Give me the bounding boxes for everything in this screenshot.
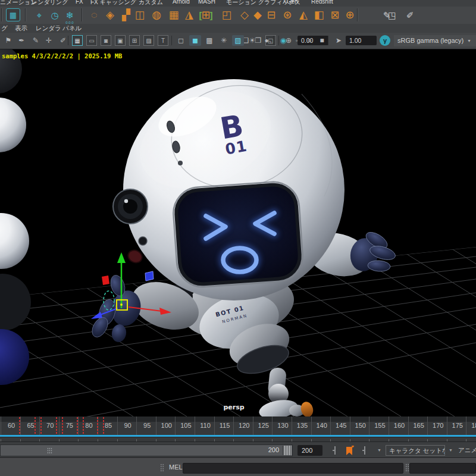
pin-icon[interactable]: ✒ [15, 35, 27, 46]
frame-label: 105 [180, 422, 191, 429]
paint-icon[interactable]: ✎ [30, 35, 42, 46]
annotate-icon[interactable]: ✐ [57, 35, 69, 46]
mash-cut-icon[interactable]: ◰ [219, 7, 234, 23]
keyframe-tick[interactable] [56, 417, 57, 434]
animation-end-field[interactable]: 200 [298, 445, 322, 456]
head-port-small [139, 237, 147, 245]
menubar-item[interactable]: FX キャッシング [90, 0, 136, 7]
panel-menu-item[interactable]: パネル [62, 24, 82, 33]
mash-layer-icon[interactable]: ◧ [311, 7, 327, 23]
menubar-item[interactable]: XGen [283, 0, 298, 5]
menubar-item[interactable]: ニメーション [0, 0, 36, 7]
plane-icon[interactable]: ■ [316, 35, 328, 46]
command-input[interactable] [183, 463, 403, 474]
keyframe-tick[interactable] [83, 417, 84, 434]
panel-menu-item[interactable]: 表示 [15, 24, 27, 33]
mash-array-icon[interactable]: ▦ [166, 7, 181, 23]
view-transform-value: sRGB gamma (legacy) [397, 37, 464, 44]
menubar-item[interactable]: カスタム [139, 0, 163, 7]
pivot-icon[interactable]: ◦ [291, 35, 303, 46]
select-cursor-icon[interactable]: ➤ [333, 35, 345, 46]
keyframe-tick[interactable] [19, 417, 20, 434]
drag-handle[interactable] [160, 464, 164, 472]
xray-mode-icon[interactable]: ▨ [232, 35, 244, 46]
panel-menu-item[interactable]: レンダラ [36, 24, 61, 33]
view-transform-dropdown[interactable]: sRGB gamma (legacy) ▼ [394, 35, 476, 46]
mash-flip-icon[interactable]: ◮ [181, 7, 197, 23]
hud-toggle[interactable]: T [158, 35, 168, 46]
frame-label: 90 [124, 422, 131, 429]
mash-mirror-icon[interactable]: ◫ [132, 7, 148, 23]
menubar-item[interactable]: FX [76, 0, 83, 5]
panel-menu-item[interactable]: グ [1, 24, 8, 33]
command-result-field[interactable] [409, 463, 476, 474]
grid-toggle[interactable]: ▦ [72, 35, 83, 46]
textured-mode-icon[interactable]: ▩ [203, 35, 215, 46]
mash-globe-icon[interactable]: ⊕ [342, 7, 358, 23]
view-bookmark-icon[interactable]: ⚑ [2, 35, 14, 46]
keyframe-tick[interactable] [62, 417, 63, 434]
lattice-tool-icon[interactable]: ◳ [384, 7, 400, 23]
range-slider[interactable]: 200 [0, 444, 293, 456]
keyframe-tick[interactable] [97, 417, 98, 434]
anim-menu-truncated[interactable]: アニメー [458, 446, 476, 455]
character-set-dropdown[interactable]: キャラクタ セットなし [386, 445, 445, 456]
resolution-gate-toggle[interactable]: ◙ [101, 35, 111, 46]
command-language-label[interactable]: MEL [169, 464, 183, 471]
gate-mask-toggle[interactable]: ▣ [115, 35, 126, 46]
chevron-down-icon[interactable]: ▼ [449, 448, 453, 452]
mash-distribute-icon[interactable]: ◈ [102, 7, 118, 23]
color-management-icon[interactable]: γ [380, 35, 390, 46]
gamma-field[interactable]: 1.00 [346, 36, 377, 45]
mash-waiter-icon[interactable]: ◌ [86, 7, 102, 23]
all-lights-icon[interactable]: ✳ [218, 35, 230, 46]
reset-keys-icon[interactable]: ◷ [47, 7, 62, 23]
mash-repro-icon[interactable]: [⊞] [198, 7, 214, 23]
time-slider[interactable]: 6065707580859095100105110115120125130135… [0, 416, 476, 435]
frame-label: 155 [374, 422, 385, 429]
mash-remove-icon[interactable]: ⊟ [264, 7, 279, 23]
frame-label: 100 [161, 422, 172, 429]
mash-wheel-icon[interactable]: ⊛ [280, 7, 295, 23]
circle-icon[interactable]: ○ [303, 35, 315, 46]
menubar-item[interactable]: Redshift [311, 0, 333, 5]
range-slider-grip[interactable] [47, 447, 52, 454]
drag-handle[interactable] [405, 464, 409, 472]
chevron-down-icon[interactable]: ▼ [377, 448, 381, 452]
camera-attrs-icon[interactable]: ◉ [277, 35, 289, 46]
snap-icon[interactable]: ✛ [43, 35, 55, 46]
frame-label: 65 [27, 422, 34, 429]
mash-blend-icon[interactable]: ◍ [149, 7, 164, 23]
playback-speed-icon[interactable] [364, 446, 365, 455]
field-chart-toggle[interactable]: ⊞ [129, 35, 140, 46]
playback-option-icon[interactable] [334, 446, 336, 455]
frame-label: 60 [8, 422, 15, 429]
shaded-mode-icon[interactable]: ◼ [189, 35, 201, 46]
manip-plane-z [145, 271, 154, 281]
mash-orient-icon[interactable]: ◭ [296, 7, 311, 23]
shelf-separator [357, 8, 358, 21]
keyframe-tick[interactable] [103, 417, 104, 434]
film-gate-toggle[interactable]: ▭ [86, 35, 97, 46]
keyframe-tick[interactable] [77, 417, 78, 434]
freeze-origin-icon[interactable]: ❄0,0,0 [62, 7, 77, 23]
shadows-icon[interactable]: ● [261, 35, 273, 46]
keyframe-tick[interactable] [35, 417, 36, 434]
viewport-3d[interactable]: BOT 01 NORMAN [0, 0, 476, 476]
locator-icon[interactable]: ⌖ [32, 7, 47, 23]
range-end-handle[interactable] [283, 446, 292, 455]
menu-window-icon[interactable]: ▦ [6, 8, 20, 21]
bookmark-icon[interactable] [346, 446, 354, 456]
menubar-item[interactable]: MASH [198, 0, 215, 5]
frame-label: 135 [297, 422, 308, 429]
frame-label: 75 [66, 422, 73, 429]
default-light-icon[interactable]: ☀ [246, 35, 258, 46]
menubar-item[interactable]: Arnold [173, 0, 190, 5]
mash-frame-icon[interactable]: ⊠ [327, 7, 343, 23]
hud-render-stats: samples 4/3/2/2/2/2 | 2025.19 MB [2, 52, 122, 60]
menubar-item[interactable]: レンダリング [32, 0, 68, 7]
image-plane-toggle[interactable]: ▨ [143, 35, 154, 46]
keyframe-tick[interactable] [40, 417, 42, 434]
wireframe-mode-icon[interactable]: ◻ [175, 35, 187, 46]
sketch-tool-icon[interactable]: ✐ [402, 7, 418, 23]
